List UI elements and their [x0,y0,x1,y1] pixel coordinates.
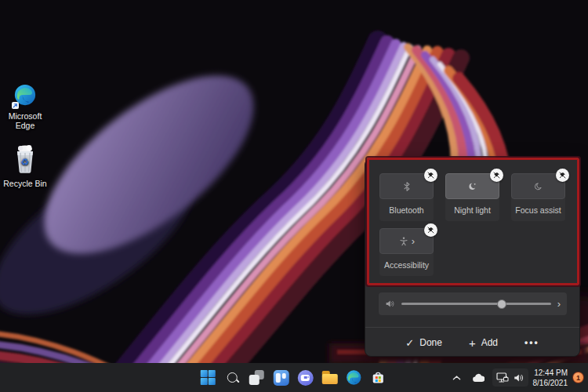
recycle-bin-icon: ♻ [13,144,37,176]
bluetooth-button[interactable] [379,173,434,199]
taskbar: 12:44 PM 8/16/2021 1 [0,363,588,392]
chat-button[interactable] [293,365,318,390]
widgets-icon [273,370,289,386]
desktop-icon-label: Recycle Bin [3,179,46,188]
edit-footer: ✓ Done + Add ••• [365,328,579,358]
tile-label: Night light [445,199,499,221]
task-view-icon [249,370,264,385]
check-icon: ✓ [405,338,414,348]
task-view-button[interactable] [245,365,269,390]
volume-slider-thumb[interactable] [497,299,506,309]
store-button[interactable] [366,365,390,390]
done-button[interactable]: ✓ Done [401,334,447,351]
tile-label: Bluetooth [379,199,434,221]
pin-slash-icon [426,226,435,234]
desktop-icon-label: Microsoft Edge [5,111,45,130]
tile-label: Focus assist [511,199,565,221]
unpin-button[interactable] [490,169,503,182]
unpin-button[interactable] [424,169,437,182]
bluetooth-icon [401,181,412,192]
volume-tray-icon [513,372,524,383]
clock-date: 8/16/2021 [533,378,568,388]
system-tray: 12:44 PM 8/16/2021 1 [449,363,585,392]
quick-settings-panel: Bluetooth Night light [365,158,580,357]
night-light-icon [467,181,478,192]
pin-slash-icon [492,171,501,180]
tile-accessibility: › Accessibility [379,228,434,276]
accessibility-icon [398,236,409,247]
desktop: Microsoft Edge ♻ Recycle Bin [0,0,588,392]
tile-night-light: Night light [445,173,499,221]
windows-start-icon [201,370,216,386]
more-options-icon: ••• [524,337,539,348]
more-options-button[interactable]: ••• [520,334,544,351]
file-explorer-button[interactable] [318,365,342,390]
chat-icon [297,370,313,386]
add-label: Add [481,337,498,348]
chevron-right-icon: › [412,236,415,246]
network-icon [496,372,509,383]
desktop-icon-edge[interactable]: Microsoft Edge [5,83,45,130]
network-volume-group[interactable] [492,368,528,387]
onedrive-button[interactable] [469,370,488,386]
focus-assist-button[interactable] [511,173,565,199]
widgets-button[interactable] [269,365,293,390]
chevron-up-icon [452,375,461,381]
plus-icon: + [469,337,476,349]
file-explorer-icon [321,371,337,384]
edge-icon [346,369,362,386]
taskbar-center-icons [196,363,390,392]
store-icon [370,369,387,386]
accessibility-button[interactable]: › [379,228,434,254]
tile-label: Accessibility [379,254,434,276]
volume-row: › [379,292,567,315]
speaker-icon [385,299,395,309]
volume-flyout-chevron[interactable]: › [557,299,561,309]
recycle-symbol: ♻ [21,157,30,168]
pin-slash-icon [558,171,567,180]
tile-focus-assist: Focus assist [511,173,565,221]
desktop-icon-recycle-bin[interactable]: ♻ Recycle Bin [2,144,49,188]
pin-slash-icon [426,171,435,180]
done-label: Done [419,337,442,348]
clock-time: 12:44 PM [533,368,568,378]
start-button[interactable] [196,365,220,390]
edge-icon [13,83,37,108]
focus-assist-icon [533,181,544,192]
notification-badge[interactable]: 1 [572,372,584,383]
clock[interactable]: 12:44 PM 8/16/2021 [533,368,568,388]
tray-overflow-button[interactable] [449,372,464,384]
night-light-button[interactable] [445,173,499,199]
unpin-button[interactable] [556,169,569,182]
onedrive-cloud-icon [472,373,485,383]
add-button[interactable]: + Add [464,334,503,352]
search-icon [227,372,238,383]
shortcut-arrow-icon [12,102,19,109]
unpin-button[interactable] [424,223,437,237]
search-button[interactable] [220,365,245,390]
volume-slider[interactable] [401,303,551,305]
edge-taskbar-button[interactable] [342,365,366,390]
tile-bluetooth: Bluetooth [379,173,434,221]
